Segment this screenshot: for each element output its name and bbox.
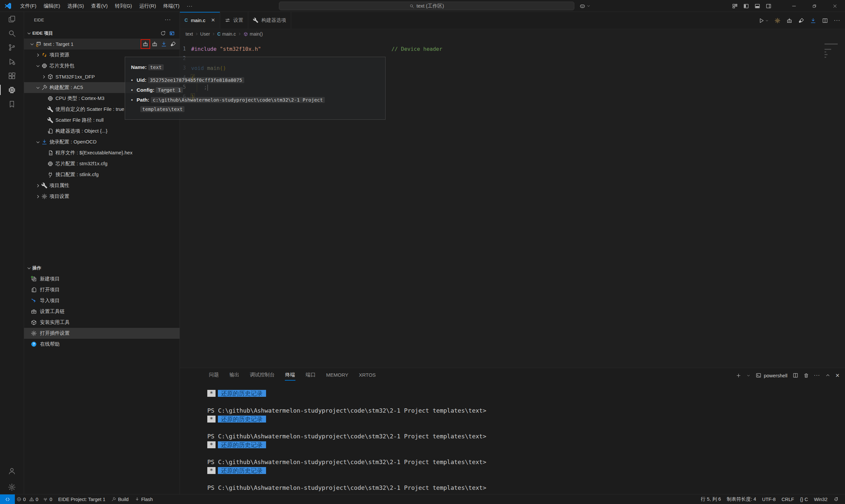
status-notifications[interactable] <box>830 494 842 504</box>
terminal-output[interactable]: *还原的历史记录 PS C:\github\Ashwatermelon-stud… <box>180 383 845 492</box>
op-import-project[interactable]: 导入项目 <box>24 295 179 306</box>
panel-tab-端口[interactable]: 端口 <box>305 371 316 381</box>
tab-构建器选项[interactable]: 构建器选项 <box>248 12 291 29</box>
breadcrumb-User[interactable]: User <box>200 31 210 37</box>
toggle-secondary-sidebar-icon[interactable] <box>765 3 772 9</box>
split-editor-icon[interactable] <box>822 17 828 24</box>
breadcrumb-text[interactable]: text <box>186 31 193 37</box>
menu-查看(V)[interactable]: 查看(V) <box>87 0 111 12</box>
status-language-mode[interactable]: {} C <box>797 494 811 504</box>
status-eide-project[interactable]: EIDE Project: Target 1 <box>55 494 108 504</box>
close-button[interactable] <box>825 0 845 12</box>
menu-转到(G)[interactable]: 转到(G) <box>111 0 136 12</box>
tooltip-name-value: text <box>148 64 164 70</box>
status-flash[interactable]: Flash <box>132 494 156 504</box>
panel-tab-XRTOS[interactable]: XRTOS <box>358 371 376 380</box>
tab-设置[interactable]: 设置 <box>220 12 248 29</box>
activity-accounts[interactable] <box>0 464 24 478</box>
gear-icon <box>41 193 48 200</box>
flash-icon[interactable] <box>161 41 167 47</box>
status-cursor-position[interactable]: 行 5, 列 6 <box>698 494 724 504</box>
minimize-button[interactable] <box>784 0 804 12</box>
tree-item[interactable]: 芯片配置 : stm32f1x.cfg <box>24 158 179 169</box>
activity-run-debug[interactable] <box>0 54 24 69</box>
panel-more[interactable]: ··· <box>814 372 820 378</box>
activity-extensions[interactable] <box>0 69 24 83</box>
status-errors[interactable]: 0 <box>15 494 28 504</box>
tree-item[interactable]: 接口配置 : stlink.cfg <box>24 169 179 180</box>
clean-icon[interactable] <box>798 17 805 24</box>
status-platform[interactable]: Win32 <box>811 494 830 504</box>
build-options-icon[interactable] <box>774 17 781 24</box>
command-center-search[interactable]: text (工作区) <box>279 2 574 10</box>
terminal-dropdown-icon[interactable] <box>746 373 751 378</box>
terminal-history-badge: *还原的历史记录 <box>207 389 845 398</box>
more-actions-icon[interactable]: ··· <box>165 17 171 23</box>
rebuild-icon[interactable] <box>152 41 158 47</box>
breadcrumb-main()[interactable]: main() <box>243 31 263 37</box>
split-terminal-icon[interactable] <box>793 372 798 378</box>
close-tab-icon[interactable]: ✕ <box>211 17 215 23</box>
build-icon[interactable] <box>142 41 148 47</box>
customize-layout-icon[interactable] <box>732 3 738 9</box>
activity-source-control[interactable] <box>0 40 24 54</box>
panel-tab-调试控制台[interactable]: 调试控制台 <box>249 371 275 381</box>
menu-运行(R)[interactable]: 运行(R) <box>136 0 160 12</box>
more-actions[interactable]: ··· <box>834 17 840 24</box>
maximize-panel-icon[interactable] <box>825 373 830 378</box>
activity-explorer[interactable] <box>0 12 24 26</box>
menu-选择(S)[interactable]: 选择(S) <box>64 0 87 12</box>
menu-more[interactable]: ··· <box>183 3 196 8</box>
status-indentation[interactable]: 制表符长度: 4 <box>724 494 759 504</box>
debug-run-icon[interactable] <box>758 17 764 24</box>
close-panel[interactable]: ✕ <box>835 372 840 379</box>
remote-indicator[interactable] <box>0 494 15 504</box>
op-new-project[interactable]: 新建项目 <box>24 273 179 284</box>
status-encoding[interactable]: UTF-8 <box>759 494 779 504</box>
tab-main.c[interactable]: Cmain.c✕ <box>180 12 220 29</box>
op-install-utility-tools[interactable]: 安装实用工具 <box>24 317 179 328</box>
activity-search[interactable] <box>0 26 24 40</box>
panel-tab-问题[interactable]: 问题 <box>209 371 219 381</box>
refresh-icon[interactable] <box>160 30 166 36</box>
status-build[interactable]: Build <box>108 494 131 504</box>
tree-item[interactable]: text : Target 1 <box>24 39 179 50</box>
minimap[interactable] <box>825 43 841 59</box>
restore-button[interactable] <box>804 0 825 12</box>
new-terminal-icon[interactable] <box>736 373 741 378</box>
panel-tab-MEMORY[interactable]: MEMORY <box>326 371 349 380</box>
activity-eide[interactable] <box>0 83 24 97</box>
section-operations[interactable]: 操作 <box>24 263 179 273</box>
kill-terminal-icon[interactable] <box>804 373 809 378</box>
status-warnings[interactable]: 0 <box>28 494 40 504</box>
activity-bookmarks[interactable] <box>0 97 24 111</box>
flash-icon[interactable] <box>810 17 816 24</box>
breadcrumb-main.c[interactable]: Cmain.c <box>217 31 236 37</box>
op-open-plugin-settings[interactable]: 打开插件设置 <box>24 328 179 339</box>
menu-编辑(E)[interactable]: 编辑(E) <box>40 0 64 12</box>
op-setup-toolchain[interactable]: 设置工具链 <box>24 306 179 317</box>
toggle-sidebar-icon[interactable] <box>743 3 749 9</box>
tree-item[interactable]: 01程序文件 : ${ExecutableName}.hex <box>24 147 179 158</box>
section-eide-project[interactable]: EIDE 项目 <box>24 28 179 39</box>
breadcrumb-separator-icon <box>237 32 242 36</box>
menu-文件(F)[interactable]: 文件(F) <box>17 0 40 12</box>
copilot-button[interactable] <box>579 0 591 12</box>
tree-item[interactable]: 项目属性 <box>24 180 179 191</box>
panel-tab-输出[interactable]: 输出 <box>229 371 240 381</box>
op-online-help[interactable]: ?在线帮助 <box>24 339 179 349</box>
clean-icon[interactable] <box>170 41 176 47</box>
tree-item[interactable]: 项目设置 <box>24 191 179 202</box>
new-window-icon[interactable] <box>169 30 175 36</box>
status-eol[interactable]: CRLF <box>779 494 797 504</box>
op-open-project[interactable]: 打开项目 <box>24 284 179 295</box>
activity-settings[interactable] <box>0 480 24 494</box>
menu-终端(T)[interactable]: 终端(T) <box>160 0 183 12</box>
terminal-instance[interactable]: powershell <box>756 372 788 378</box>
panel-tab-终端[interactable]: 终端 <box>285 371 295 381</box>
status-ports[interactable]: 0 <box>40 494 55 504</box>
build-icon[interactable] <box>786 17 793 24</box>
tree-item[interactable]: 烧录配置 : OpenOCD <box>24 137 179 147</box>
tree-item[interactable]: 构建器选项 : Object {...} <box>24 126 179 137</box>
toggle-panel-icon[interactable] <box>754 3 760 9</box>
